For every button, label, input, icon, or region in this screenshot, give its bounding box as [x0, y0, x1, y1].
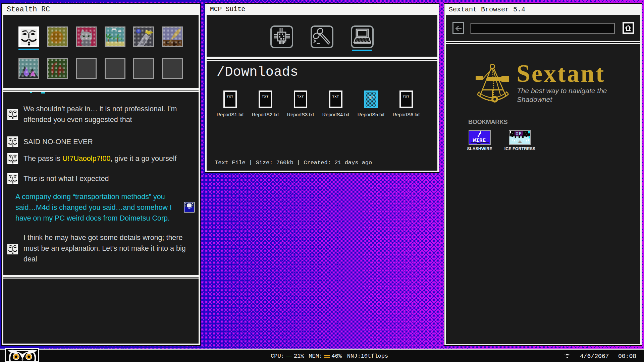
svg-text:TXT: TXT [368, 96, 374, 99]
